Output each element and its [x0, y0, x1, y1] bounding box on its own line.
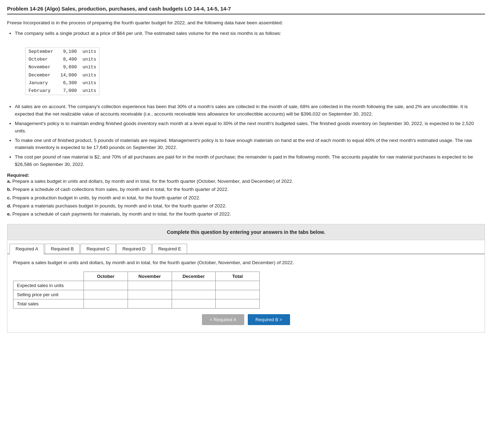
sales-volume-row: January6,300units	[26, 79, 99, 87]
next-button[interactable]: Required B >	[248, 314, 290, 325]
req-letter: b.	[7, 187, 11, 192]
bullet-3: Management's policy is to maintain endin…	[15, 120, 485, 135]
budget-input-cell[interactable]	[216, 281, 260, 290]
required-section: Required: a. Prepare a sales budget in u…	[7, 173, 485, 218]
required-item: a. Prepare a sales budget in units and d…	[7, 178, 485, 185]
budget-cell-input[interactable]	[176, 292, 212, 297]
tab-a-instruction: Prepare a sales budget in units and doll…	[13, 259, 479, 266]
budget-input-cell[interactable]	[172, 290, 216, 299]
budget-input-cell[interactable]	[128, 290, 172, 299]
required-title: Required:	[7, 173, 485, 178]
budget-input-cell[interactable]	[216, 299, 260, 308]
budget-cell-input[interactable]	[87, 292, 124, 297]
budget-cell-input[interactable]	[87, 301, 124, 306]
budget-cell-input[interactable]	[131, 292, 168, 297]
sales-volume-row: October8,400units	[26, 56, 99, 63]
budget-cell-input[interactable]	[219, 292, 256, 297]
budget-header-december: December	[172, 272, 216, 281]
budget-table: OctoberNovemberDecemberTotalExpected sal…	[13, 272, 260, 309]
budget-input-cell[interactable]	[128, 299, 172, 308]
budget-row-label: Expected sales in units	[13, 281, 84, 290]
budget-table-row: Expected sales in units	[13, 281, 260, 290]
sales-volume-row: September9,100units	[26, 48, 99, 56]
nav-buttons: < Required A Required B >	[13, 314, 479, 325]
sales-volume-row: February7,000units	[26, 87, 99, 95]
req-letter: e.	[7, 211, 11, 217]
budget-row-label: Selling price per unit	[13, 290, 84, 299]
budget-cell-input[interactable]	[176, 301, 212, 306]
budget-input-cell[interactable]	[84, 299, 128, 308]
budget-cell-input[interactable]	[131, 283, 168, 288]
budget-cell-input[interactable]	[87, 283, 124, 288]
budget-header-october: October	[84, 272, 128, 281]
tab-req-d[interactable]: Required D	[116, 244, 152, 254]
budget-input-cell[interactable]	[84, 281, 128, 290]
budget-input-cell[interactable]	[216, 290, 260, 299]
bullet-4: To make one unit of finished product, 5 …	[15, 137, 485, 152]
tabs-container: Required ARequired BRequired CRequired D…	[7, 240, 485, 332]
budget-cell-input[interactable]	[219, 301, 256, 306]
req-letter: d.	[7, 203, 11, 209]
complete-box: Complete this question by entering your …	[7, 224, 485, 240]
budget-table-row: Total sales	[13, 299, 260, 308]
budget-header-label	[13, 272, 84, 281]
required-item: d. Prepare a materials purchases budget …	[7, 203, 485, 210]
bullet-2: All sales are on account. The company's …	[15, 103, 485, 118]
tab-req-c[interactable]: Required C	[80, 244, 116, 254]
tab-req-a[interactable]: Required A	[10, 244, 44, 254]
budget-table-row: Selling price per unit	[13, 290, 260, 299]
budget-cell-input[interactable]	[131, 301, 168, 306]
sales-volume-row: November9,800units	[26, 63, 99, 71]
problem-title: Problem 14-26 (Algo) Sales, production, …	[7, 6, 485, 14]
sales-volume-table: September9,100unitsOctober8,400unitsNove…	[25, 48, 99, 95]
budget-input-cell[interactable]	[172, 281, 216, 290]
budget-input-cell[interactable]	[128, 281, 172, 290]
prev-button[interactable]: < Required A	[202, 314, 244, 325]
tab-req-e[interactable]: Required E	[152, 244, 187, 254]
sales-volume-row: December14,000units	[26, 71, 99, 79]
bullet-5: The cost per pound of raw material is $2…	[15, 154, 485, 168]
required-item: b. Prepare a schedule of cash collection…	[7, 186, 485, 193]
bullet-1: The company sells a single product at a …	[15, 30, 485, 101]
budget-row-label: Total sales	[13, 299, 84, 308]
tab-req-b[interactable]: Required B	[45, 244, 80, 254]
budget-input-cell[interactable]	[84, 290, 128, 299]
budget-header-total: Total	[216, 272, 260, 281]
intro-text: Freese Incorporated is in the process of…	[7, 19, 485, 26]
budget-table-wrapper: OctoberNovemberDecemberTotalExpected sal…	[13, 272, 479, 309]
budget-cell-input[interactable]	[219, 283, 256, 288]
req-letter: a.	[7, 179, 11, 184]
required-item: c. Prepare a production budget in units,…	[7, 194, 485, 201]
budget-cell-input[interactable]	[176, 283, 212, 288]
budget-header-november: November	[128, 272, 172, 281]
required-item: e. Prepare a schedule of cash payments f…	[7, 211, 485, 218]
budget-input-cell[interactable]	[172, 299, 216, 308]
req-letter: c.	[7, 195, 11, 200]
tab-content-a: Prepare a sales budget in units and doll…	[7, 254, 485, 332]
tabs-row: Required ARequired BRequired CRequired D…	[7, 240, 485, 254]
